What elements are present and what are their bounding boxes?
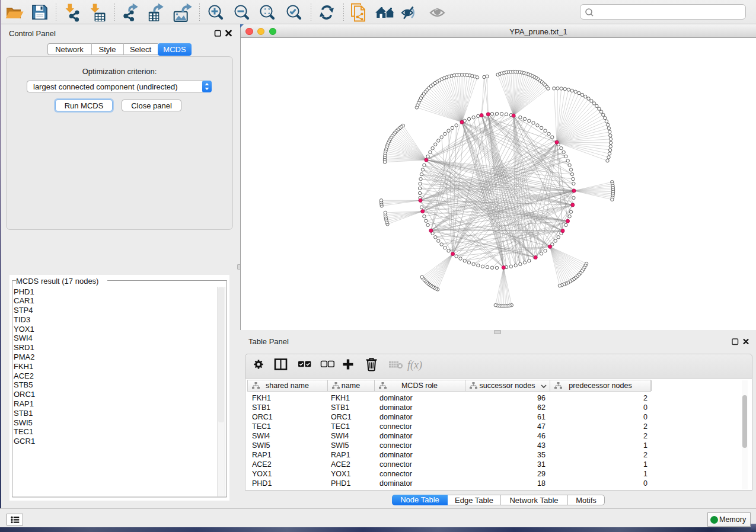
svg-text:f(x): f(x) [407, 359, 422, 371]
